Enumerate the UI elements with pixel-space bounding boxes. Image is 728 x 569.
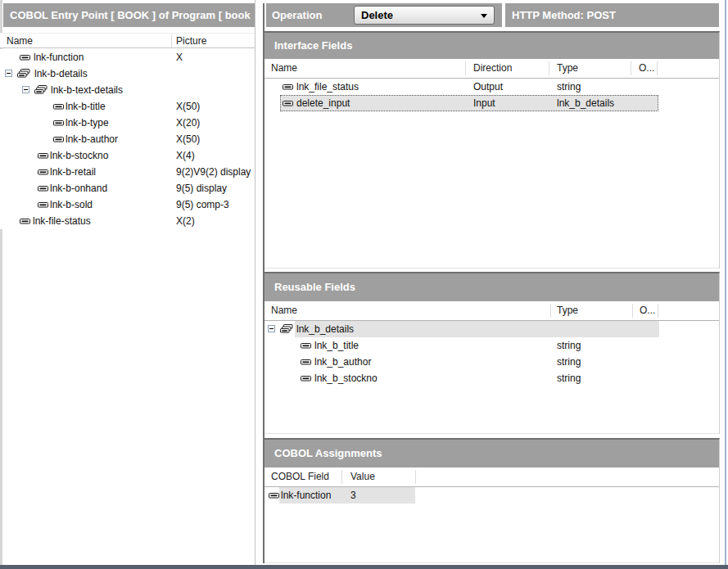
field-icon: [38, 184, 49, 192]
cobol-assignments-header: COBOL Field Value: [265, 467, 719, 487]
cell-type: string: [557, 81, 581, 93]
field-icon: [301, 341, 312, 350]
interface-fields-section: Interface Fields Name Direction Type O..…: [265, 31, 720, 269]
tree-row-picture: X(20): [176, 117, 200, 129]
cobol-assignment-row-lnk-function[interactable]: lnk-function 3: [265, 487, 719, 504]
reusable-field-row-lnk-b-author[interactable]: lnk_b_author string: [265, 354, 719, 370]
column-header-picture[interactable]: Picture: [176, 35, 206, 47]
field-icon: [269, 491, 280, 499]
reusable-fields-section: Reusable Fields Name Type O... lnk_b_det…: [265, 272, 720, 434]
column-header-direction[interactable]: Direction: [473, 62, 512, 74]
minus-expander-icon[interactable]: [22, 86, 29, 93]
column-separator[interactable]: [415, 470, 416, 484]
cell-direction: Output: [473, 81, 503, 93]
tree-row-label: lnk-b-stockno: [50, 150, 108, 161]
reusable-field-row-lnk-b-stockno[interactable]: lnk_b_stockno string: [265, 370, 719, 386]
tree-column-header: Name Picture: [0, 33, 255, 48]
tree-row-label: lnk-b-details: [34, 68, 88, 79]
column-separator[interactable]: [550, 304, 551, 318]
operation-label: Operation: [272, 9, 322, 21]
tree-row-label: lnk-b-retail: [50, 166, 96, 178]
cell-name: lnk_b_author: [314, 356, 371, 368]
field-icon: [301, 374, 312, 382]
tree-row-label: lnk-b-author: [66, 133, 118, 145]
cell-type: string: [557, 340, 581, 351]
cell-type: lnk_b_details: [557, 97, 614, 109]
tree-row-label: lnk-b-title: [66, 101, 106, 112]
column-separator[interactable]: [549, 61, 549, 75]
field-icon: [38, 168, 49, 176]
cell-name: lnk_b_title: [314, 340, 359, 351]
window-bottom-edge: [0, 565, 728, 569]
tree-row-label: lnk-b-type: [66, 117, 109, 129]
operation-dropdown-value: Delete: [361, 9, 393, 21]
cell-cobol-field: lnk-function: [281, 490, 331, 501]
cell-type: string: [557, 373, 581, 384]
panel-divider[interactable]: [255, 0, 255, 565]
tree-row-lnk-b-type[interactable]: lnk-b-type X(20): [0, 115, 255, 131]
column-header-name[interactable]: Name: [271, 62, 297, 74]
cobol-assignments-title: COBOL Assignments: [265, 440, 719, 467]
field-icon: [38, 151, 49, 160]
column-header-cobol-field[interactable]: COBOL Field: [271, 471, 329, 482]
column-header-optional[interactable]: O...: [639, 62, 654, 74]
tree-row-lnk-b-sold[interactable]: lnk-b-sold 9(5) comp-3: [0, 196, 255, 213]
cell-direction: Input: [473, 97, 495, 109]
field-icon: [38, 201, 49, 209]
tree-row-lnk-b-onhand[interactable]: lnk-b-onhand 9(5) display: [0, 180, 255, 196]
interface-field-row-delete-input[interactable]: delete_input Input lnk_b_details: [265, 95, 719, 111]
reusable-fields-title: Reusable Fields: [265, 273, 719, 301]
column-separator[interactable]: [658, 304, 658, 318]
operation-dropdown[interactable]: Delete: [354, 6, 495, 25]
column-header-name[interactable]: Name: [7, 35, 33, 47]
tree-row-lnk-function[interactable]: lnk-function X: [0, 49, 255, 65]
field-icon: [283, 99, 294, 107]
column-header-optional[interactable]: O...: [640, 305, 655, 316]
group-icon: [17, 69, 30, 79]
tree-row-lnk-b-title[interactable]: lnk-b-title X(50): [0, 98, 255, 115]
column-separator[interactable]: [631, 61, 631, 75]
minus-expander-icon[interactable]: [5, 70, 12, 77]
reusable-field-row-lnk-b-details[interactable]: lnk_b_details: [265, 321, 719, 337]
cobol-entry-point-title: COBOL Entry Point [ BOOK ] of Program [ …: [3, 3, 255, 27]
field-icon: [301, 358, 312, 366]
cobol-structure-tree: lnk-function X lnk-b-details lnk-b-text-…: [0, 49, 255, 229]
cell-name: delete_input: [296, 97, 350, 109]
http-method-label: HTTP Method: POST: [512, 9, 616, 21]
chevron-down-icon: [481, 14, 487, 18]
tree-row-lnk-b-stockno[interactable]: lnk-b-stockno X(4): [0, 147, 255, 164]
field-icon: [283, 83, 294, 91]
tree-row-lnk-file-status[interactable]: lnk-file-status X(2): [0, 213, 255, 229]
cobol-mapping-window: COBOL Entry Point [ BOOK ] of Program [ …: [0, 0, 728, 569]
cell-type: string: [557, 356, 581, 368]
field-icon: [53, 135, 65, 143]
operation-bar: Operation Delete: [266, 3, 502, 27]
column-separator[interactable]: [465, 61, 466, 75]
column-separator[interactable]: [632, 304, 633, 318]
tree-row-picture: X(50): [176, 133, 200, 145]
reusable-field-row-lnk-b-title[interactable]: lnk_b_title string: [265, 337, 719, 354]
interface-fields-header: Name Direction Type O...: [265, 59, 719, 79]
field-icon: [53, 119, 65, 127]
tree-row-lnk-b-author[interactable]: lnk-b-author X(50): [0, 131, 255, 147]
column-header-type[interactable]: Type: [557, 62, 578, 74]
column-header-type[interactable]: Type: [557, 305, 578, 316]
tree-row-picture: X: [176, 52, 183, 63]
tree-row-lnk-b-retail[interactable]: lnk-b-retail 9(2)V9(2) display: [0, 164, 255, 180]
tree-row-picture: X(2): [176, 215, 195, 227]
interface-field-row-lnk-file-status[interactable]: lnk_file_status Output string: [265, 79, 719, 95]
column-header-name[interactable]: Name: [271, 305, 297, 316]
cobol-assignments-section: COBOL Assignments COBOL Field Value lnk-…: [265, 438, 720, 563]
tree-row-picture: 9(5) display: [176, 183, 227, 194]
reusable-fields-header: Name Type O...: [265, 301, 719, 321]
tree-row-label: lnk-b-onhand: [50, 183, 107, 194]
column-separator[interactable]: [341, 470, 342, 484]
tree-row-label: lnk-b-sold: [50, 199, 93, 210]
minus-expander-icon[interactable]: [268, 325, 275, 332]
tree-row-lnk-b-text-details[interactable]: lnk-b-text-details: [0, 82, 255, 98]
column-separator[interactable]: [657, 61, 658, 75]
interface-fields-title: Interface Fields: [265, 33, 719, 59]
column-header-value[interactable]: Value: [350, 471, 375, 482]
column-separator[interactable]: [171, 34, 172, 47]
tree-row-lnk-b-details[interactable]: lnk-b-details: [0, 65, 255, 82]
